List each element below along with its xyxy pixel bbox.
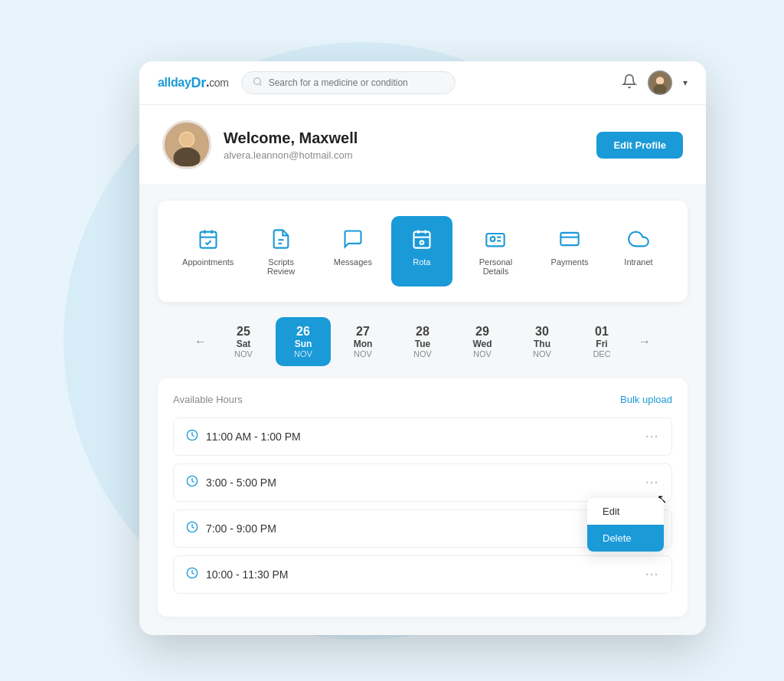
- app-window: alldayDr.com: [139, 61, 706, 635]
- cal-day-month: DEC: [593, 349, 610, 359]
- cal-day-name: Sat: [237, 339, 251, 349]
- nav-item-intranet-label: Intranet: [624, 257, 652, 267]
- nav-item-appointments-label: Appointments: [182, 257, 234, 267]
- logo-dr: Dr: [191, 75, 206, 91]
- svg-point-21: [491, 237, 495, 241]
- id-card-icon: [483, 227, 508, 251]
- file-list-icon: [269, 227, 293, 251]
- schedule-header: Available Hours Bulk upload: [173, 394, 672, 405]
- dropdown-edit[interactable]: Edit: [587, 498, 664, 525]
- calendar-prev-button[interactable]: ←: [190, 331, 211, 352]
- calendar-row: ← 25 Sat NOV 26 Sun NOV 27 Mon NOV 28 Tu…: [139, 317, 706, 378]
- profile-avatar: [162, 120, 211, 169]
- time-slot-2-left: 3:00 - 5:00 PM: [186, 475, 276, 490]
- nav-item-scripts-label: Scripts Review: [260, 257, 302, 276]
- three-dots-4[interactable]: ···: [645, 568, 659, 581]
- three-dots-1[interactable]: ···: [645, 431, 659, 443]
- cloud-icon: [626, 227, 651, 251]
- cal-day-month: NOV: [413, 349, 432, 359]
- cal-day-num: 26: [296, 325, 310, 339]
- nav-item-rota[interactable]: Rota: [391, 216, 452, 286]
- time-slot-4: 10:00 - 11:30 PM ···: [173, 555, 672, 594]
- nav-item-messages-label: Messages: [334, 257, 372, 267]
- svg-rect-9: [200, 232, 216, 248]
- search-input[interactable]: [269, 77, 444, 88]
- calendar-day-fri[interactable]: 01 Fri DEC: [574, 317, 629, 366]
- cal-day-num: 28: [416, 325, 430, 339]
- nav-item-rota-label: Rota: [413, 257, 430, 267]
- profile-info: Welcome, Maxwell alvera.leannon@hotmail.…: [224, 129, 584, 161]
- cal-day-num: 27: [356, 325, 370, 339]
- logo-allday: allday: [158, 76, 191, 90]
- cal-day-num: 01: [595, 325, 609, 339]
- edit-profile-button[interactable]: Edit Profile: [596, 132, 683, 159]
- cal-day-num: 30: [535, 325, 549, 339]
- nav-item-appointments[interactable]: Appointments: [176, 216, 240, 286]
- chat-icon: [341, 227, 365, 251]
- calendar-day-tue[interactable]: 28 Tue NOV: [395, 317, 450, 366]
- profile-email: alvera.leannon@hotmail.com: [224, 149, 584, 161]
- calendar-check-icon: [196, 227, 220, 251]
- time-text-1: 11:00 AM - 1:00 PM: [206, 431, 301, 443]
- nav-right: ▾: [622, 70, 688, 95]
- cal-day-name: Thu: [534, 339, 550, 349]
- cal-day-num: 29: [475, 325, 489, 339]
- calendar-day-wed[interactable]: 29 Wed NOV: [455, 317, 510, 366]
- time-text-4: 10:00 - 11:30 PM: [206, 568, 288, 581]
- calendar-day-sat[interactable]: 25 Sat NOV: [216, 317, 271, 366]
- nav-item-payments-label: Payments: [551, 257, 589, 267]
- svg-rect-15: [413, 232, 430, 248]
- profile-name: Welcome, Maxwell: [224, 129, 584, 147]
- clock-icon-3: [186, 521, 198, 536]
- time-slot-1: 11:00 AM - 1:00 PM ···: [173, 417, 672, 456]
- bell-icon[interactable]: [622, 74, 637, 93]
- credit-card-icon: [557, 227, 582, 251]
- time-slot-3-left: 7:00 - 9:00 PM: [186, 521, 276, 536]
- time-slot-2: 3:00 - 5:00 PM ··· ↖ Edit Delete: [173, 463, 672, 502]
- nav-item-personal-details[interactable]: Personal Details: [460, 216, 531, 286]
- dropdown-delete[interactable]: Delete: [587, 525, 664, 552]
- calendar-day-thu[interactable]: 30 Thu NOV: [514, 317, 570, 366]
- nav-item-personal-details-label: Personal Details: [472, 257, 519, 276]
- calendar-next-button[interactable]: →: [634, 331, 655, 352]
- nav-chevron-icon: ▾: [683, 77, 688, 88]
- time-text-2: 3:00 - 5:00 PM: [206, 476, 276, 489]
- cal-day-month: NOV: [473, 349, 492, 359]
- profile-section: Welcome, Maxwell alvera.leannon@hotmail.…: [139, 105, 706, 185]
- cal-day-name: Fri: [596, 339, 607, 349]
- svg-point-0: [253, 78, 260, 85]
- time-slot-4-left: 10:00 - 11:30 PM: [186, 567, 288, 582]
- cal-day-name: Sun: [295, 339, 312, 349]
- bulk-upload-link[interactable]: Bulk upload: [620, 394, 672, 405]
- search-bar[interactable]: [241, 71, 456, 94]
- search-icon: [253, 77, 263, 89]
- svg-rect-22: [560, 233, 578, 245]
- available-hours-label: Available Hours: [173, 394, 243, 405]
- nav-item-messages[interactable]: Messages: [322, 216, 384, 286]
- clock-icon-4: [186, 567, 198, 582]
- nav-icons-row: Appointments Scripts Review Messages: [158, 201, 688, 302]
- rota-icon: [410, 227, 434, 251]
- cal-day-name: Mon: [354, 339, 373, 349]
- calendar-day-mon[interactable]: 27 Mon NOV: [335, 317, 390, 366]
- clock-icon-1: [186, 429, 198, 444]
- time-slot-1-left: 11:00 AM - 1:00 PM: [186, 429, 301, 444]
- dropdown-menu: Edit Delete: [587, 498, 664, 552]
- nav-item-payments[interactable]: Payments: [539, 216, 600, 286]
- logo-com: com: [209, 77, 229, 89]
- cal-day-month: NOV: [294, 349, 312, 359]
- clock-icon-2: [186, 475, 198, 490]
- cal-day-name: Tue: [415, 339, 430, 349]
- nav-item-scripts-review[interactable]: Scripts Review: [247, 216, 315, 286]
- time-text-3: 7:00 - 9:00 PM: [206, 522, 276, 535]
- cal-day-num: 25: [237, 325, 250, 339]
- schedule-section: Available Hours Bulk upload 11:00 AM - 1…: [158, 378, 688, 617]
- cal-day-month: NOV: [234, 349, 253, 359]
- nav-item-intranet[interactable]: Intranet: [608, 216, 669, 286]
- cal-day-month: NOV: [533, 349, 551, 359]
- three-dots-2[interactable]: ···: [645, 476, 659, 489]
- svg-line-1: [260, 83, 261, 85]
- user-avatar[interactable]: [648, 70, 672, 95]
- calendar-day-sun[interactable]: 26 Sun NOV: [276, 317, 331, 366]
- navbar: alldayDr.com: [139, 61, 706, 105]
